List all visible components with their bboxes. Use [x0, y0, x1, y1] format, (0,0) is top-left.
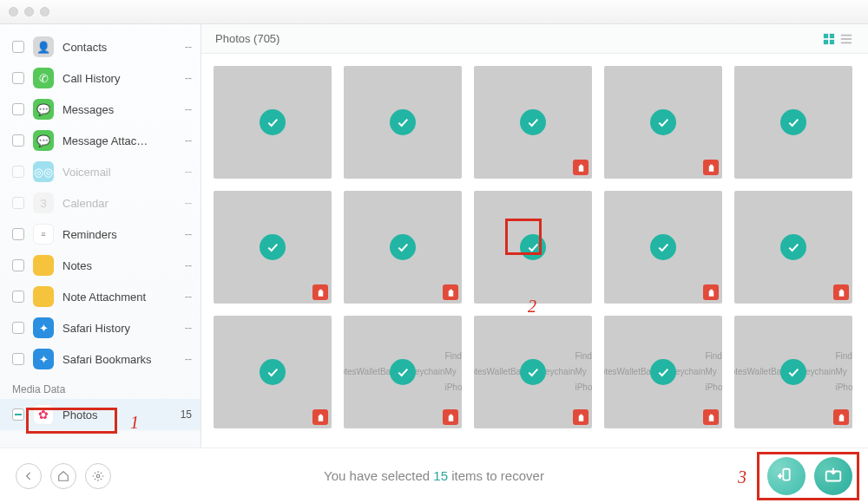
sidebar-item-notes[interactable]: Notes --: [0, 250, 201, 281]
checkbox[interactable]: [12, 166, 24, 178]
sidebar-item-reminders[interactable]: ≡ Reminders --: [0, 219, 201, 250]
sidebar-item-voicemail[interactable]: ◎◎ Voicemail --: [0, 156, 201, 187]
selected-check-icon[interactable]: [650, 109, 676, 135]
recover-to-device-button[interactable]: [767, 457, 806, 495]
sidebar-item-label: Calendar: [62, 197, 176, 210]
zoom-dot[interactable]: [40, 7, 49, 16]
photo-thumb[interactable]: [214, 191, 332, 304]
deleted-badge-icon: [703, 409, 719, 425]
photo-thumb[interactable]: [734, 191, 852, 304]
main-header: Photos (705): [201, 24, 868, 54]
settings-button[interactable]: [85, 463, 111, 489]
photo-thumb[interactable]: [734, 66, 852, 179]
checkbox[interactable]: [12, 41, 24, 53]
voicemail-icon: ◎◎: [33, 161, 54, 182]
sidebar-item-note-attachment[interactable]: Note Attachment --: [0, 281, 201, 312]
selected-check-icon[interactable]: [780, 234, 806, 260]
sidebar-item-safari-bookmarks[interactable]: ✦ Safari Bookmarks --: [0, 343, 201, 375]
svg-rect-5: [841, 38, 852, 40]
sidebar-item-label: Safari Bookmarks: [62, 353, 176, 366]
grid-view-icon[interactable]: [821, 31, 837, 47]
photo-thumb[interactable]: [474, 191, 592, 304]
selected-check-icon[interactable]: [520, 109, 546, 135]
sidebar-item-messages[interactable]: 💬 Messages --: [0, 94, 201, 125]
selected-check-icon[interactable]: [520, 359, 546, 385]
home-button[interactable]: [50, 463, 76, 489]
selected-check-icon[interactable]: [260, 359, 286, 385]
phone-icon: ✆: [33, 68, 54, 88]
checkbox[interactable]: [12, 322, 24, 334]
sidebar-item-count: --: [185, 103, 192, 115]
checkbox[interactable]: [12, 103, 24, 115]
annotation-number-3: 3: [738, 467, 746, 487]
sidebar-item-label: Call History: [62, 72, 176, 85]
photo-thumb[interactable]: [344, 191, 462, 304]
photo-thumb[interactable]: [604, 66, 722, 179]
sidebar-item-calendar[interactable]: 3 Calendar --: [0, 187, 201, 219]
svg-point-7: [96, 474, 100, 478]
selected-check-icon[interactable]: [390, 109, 416, 135]
svg-rect-4: [841, 34, 852, 36]
recover-to-computer-button[interactable]: [814, 457, 852, 495]
sidebar-item-message-attachments[interactable]: 💬 Message Attac… --: [0, 125, 201, 156]
photo-thumb[interactable]: [214, 66, 332, 179]
photo-thumb[interactable]: [214, 316, 332, 428]
selected-check-icon[interactable]: [780, 109, 806, 135]
svg-rect-1: [830, 33, 834, 37]
checkbox[interactable]: [12, 72, 24, 84]
sidebar-item-count: --: [185, 259, 192, 271]
checkbox[interactable]: [12, 228, 24, 240]
sidebar-item-label: Safari History: [62, 322, 176, 335]
checkbox[interactable]: [12, 291, 24, 303]
sidebar-item-label: Photos: [62, 408, 172, 421]
selected-check-icon[interactable]: [260, 109, 286, 135]
sidebar-item-count: --: [185, 228, 192, 240]
photo-thumb[interactable]: NotesWalletBackupKeychainFind My iPhone: [344, 316, 462, 428]
notes-icon: [33, 255, 54, 276]
checkbox[interactable]: [12, 197, 24, 209]
selected-check-icon[interactable]: [260, 234, 286, 260]
back-button[interactable]: [16, 463, 42, 489]
checkbox[interactable]: [12, 353, 24, 365]
minimize-dot[interactable]: [24, 7, 34, 16]
photo-thumb[interactable]: NotesWalletBackupKeychainFind My iPhone: [474, 316, 592, 428]
deleted-badge-icon: [573, 160, 589, 175]
photo-thumb[interactable]: [604, 191, 722, 304]
photo-thumb[interactable]: [474, 66, 592, 179]
window-controls[interactable]: [9, 7, 49, 16]
selected-check-icon[interactable]: [780, 359, 806, 385]
sidebar-item-call-history[interactable]: ✆ Call History --: [0, 62, 201, 94]
sidebar-item-safari-history[interactable]: ✦ Safari History --: [0, 312, 201, 343]
deleted-badge-icon: [443, 284, 458, 300]
list-view-icon[interactable]: [838, 31, 854, 47]
svg-rect-0: [824, 33, 828, 37]
sidebar-item-contacts[interactable]: 👤 Contacts --: [0, 31, 201, 62]
selection-status: You have selected 15 items to recover: [324, 468, 544, 483]
close-dot[interactable]: [9, 7, 18, 16]
selected-check-icon[interactable]: [650, 359, 676, 385]
deleted-badge-icon: [833, 409, 849, 425]
sidebar-item-count: --: [185, 291, 192, 303]
footer: You have selected 15 items to recover 3: [0, 447, 868, 503]
titlebar: [0, 0, 868, 24]
checkbox[interactable]: [12, 134, 24, 147]
safari-bookmark-icon: ✦: [33, 349, 54, 369]
selected-check-icon[interactable]: [390, 359, 416, 385]
photo-thumb[interactable]: NotesWalletBackupKeychainFind My iPhone: [734, 316, 852, 428]
view-toggle[interactable]: [821, 31, 854, 47]
photo-thumb[interactable]: [344, 66, 462, 179]
main-panel: Photos (705): [201, 24, 868, 447]
attachment-icon: 💬: [33, 130, 54, 151]
deleted-badge-icon: [573, 409, 589, 425]
section-media-data: Media Data: [0, 375, 201, 399]
sidebar-item-photos[interactable]: ✿ Photos 15: [0, 399, 201, 430]
photo-thumb[interactable]: NotesWalletBackupKeychainFind My iPhone: [604, 316, 722, 428]
selected-check-icon[interactable]: [650, 234, 676, 260]
checkbox-indeterminate[interactable]: [12, 408, 24, 421]
selected-check-icon[interactable]: [390, 234, 416, 260]
sidebar-item-label: Messages: [62, 103, 176, 116]
selected-check-icon[interactable]: [520, 234, 546, 260]
checkbox[interactable]: [12, 259, 24, 271]
sidebar-item-count: --: [185, 166, 192, 178]
sidebar-item-label: Reminders: [62, 228, 176, 241]
